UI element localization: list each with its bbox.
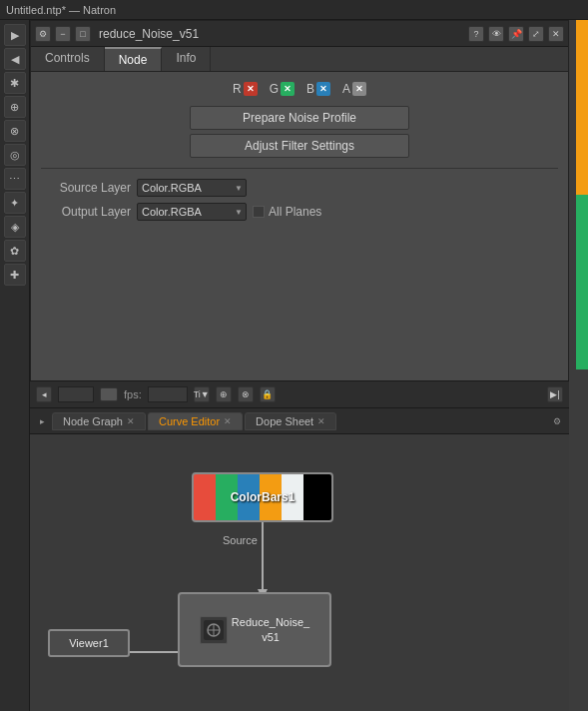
- separator: [41, 168, 558, 169]
- r-label: R: [233, 82, 242, 96]
- a-label: A: [342, 82, 350, 96]
- source-layer-row: Source Layer Color.RGBA ▼: [41, 179, 558, 197]
- sidebar-icon-6[interactable]: ◎: [4, 144, 26, 166]
- graph-tab-curve-editor[interactable]: Curve Editor ✕: [148, 412, 243, 430]
- panel-titlebar: ⚙ − □ reduce_Noise_v51 ? 👁 📌 ⤢ ✕: [31, 21, 568, 47]
- source-label: Source: [223, 534, 258, 546]
- frame-input[interactable]: 1: [58, 386, 94, 402]
- channel-r: R ✕: [233, 82, 258, 96]
- graph-tab-left-btn[interactable]: ▸: [34, 413, 50, 429]
- bottom-left-icon[interactable]: ◂: [36, 386, 52, 402]
- node-viewer[interactable]: Viewer1: [48, 629, 130, 657]
- prepare-noise-btn[interactable]: Prepare Noise Profile: [190, 106, 409, 130]
- sidebar-icon-11[interactable]: ✚: [4, 264, 26, 286]
- panel-view-btn[interactable]: 👁: [488, 26, 504, 42]
- content-area: R ✕ G ✕ B ✕ A ✕ Prepare Noise Profile Ad…: [31, 72, 568, 391]
- node-colorbars[interactable]: ColorBars1: [192, 472, 333, 522]
- graph-scroll-icon[interactable]: ⚙: [549, 413, 565, 429]
- panel-close-btn[interactable]: ✕: [548, 26, 564, 42]
- panel-pin-btn[interactable]: 📌: [508, 26, 524, 42]
- source-layer-label: Source Layer: [41, 181, 131, 195]
- source-layer-select-wrapper: Color.RGBA ▼: [137, 179, 247, 197]
- main-panel: ⚙ − □ reduce_Noise_v51 ? 👁 📌 ⤢ ✕ Control…: [30, 20, 569, 392]
- node-graph-area: ▸ Node Graph ✕ Curve Editor ✕ Dope Sheet…: [30, 408, 569, 711]
- playback-indicator: [100, 387, 118, 401]
- sidebar-icon-8[interactable]: ✦: [4, 192, 26, 214]
- adjust-filter-btn[interactable]: Adjust Filter Settings: [190, 134, 409, 158]
- channel-g: G ✕: [270, 82, 294, 96]
- sidebar-icon-4[interactable]: ⊕: [4, 96, 26, 118]
- all-planes-label: All Planes: [253, 205, 321, 219]
- g-toggle[interactable]: ✕: [281, 82, 294, 96]
- title-text: Untitled.ntp* — Natron: [6, 4, 116, 16]
- graph-tab-node-graph[interactable]: Node Graph ✕: [52, 412, 146, 430]
- tab-bar: Controls Node Info: [31, 47, 568, 72]
- sidebar-icon-3[interactable]: ✱: [4, 72, 26, 94]
- left-sidebar: ▶ ◀ ✱ ⊕ ⊗ ◎ ⋯ ✦ ◈ ✿ ✚: [0, 20, 30, 711]
- sidebar-icon-10[interactable]: ✿: [4, 240, 26, 262]
- node-reduce-noise-label: Reduce_Noise_v51: [232, 615, 309, 644]
- panel-expand-btn[interactable]: ⤢: [528, 26, 544, 42]
- all-planes-checkbox[interactable]: [253, 206, 265, 218]
- graph-tab-dope-sheet[interactable]: Dope Sheet ✕: [245, 412, 336, 430]
- playback-mode-btn[interactable]: Ti▼: [194, 386, 210, 402]
- graph-tab-strip: ▸ Node Graph ✕ Curve Editor ✕ Dope Sheet…: [30, 408, 569, 434]
- tab-node[interactable]: Node: [105, 47, 163, 71]
- title-bar: Untitled.ntp* — Natron: [0, 0, 588, 20]
- record-btn[interactable]: ⊗: [238, 386, 254, 402]
- output-layer-select[interactable]: Color.RGBA: [137, 203, 247, 221]
- tab-info[interactable]: Info: [162, 47, 211, 71]
- channel-b: B ✕: [306, 82, 330, 96]
- sidebar-icon-2[interactable]: ◀: [4, 48, 26, 70]
- tab-controls[interactable]: Controls: [31, 47, 105, 71]
- sidebar-icon-1[interactable]: ▶: [4, 24, 26, 46]
- a-toggle[interactable]: ✕: [352, 82, 366, 96]
- b-label: B: [306, 82, 314, 96]
- sidebar-icon-5[interactable]: ⊗: [4, 120, 26, 142]
- node-viewer-label: Viewer1: [69, 637, 109, 649]
- fps-label: fps:: [124, 388, 142, 400]
- sidebar-icon-7[interactable]: ⋯: [4, 168, 26, 190]
- graph-canvas[interactable]: ColorBars1 Source Reduce_Noise_v51 Viewe…: [30, 434, 569, 711]
- fps-input[interactable]: 25.0: [148, 386, 188, 402]
- lock-btn[interactable]: 🔒: [260, 386, 276, 402]
- source-layer-select[interactable]: Color.RGBA: [137, 179, 247, 197]
- play-btn[interactable]: ⊕: [216, 386, 232, 402]
- output-layer-label: Output Layer: [41, 205, 131, 219]
- channel-a: A ✕: [342, 82, 366, 96]
- graph-tab-curve-editor-label: Curve Editor: [159, 415, 220, 427]
- bottom-bar: ◂ 1 fps: 25.0 Ti▼ ⊕ ⊗ 🔒 ▶|: [30, 380, 569, 408]
- g-label: G: [270, 82, 279, 96]
- b-toggle[interactable]: ✕: [316, 82, 330, 96]
- color-strip-yellow: [576, 20, 588, 195]
- node-reduce-noise-icon: [200, 616, 228, 644]
- panel-icon-btn[interactable]: ⚙: [35, 26, 51, 42]
- color-strip-green: [576, 195, 588, 369]
- node-reduce-noise[interactable]: Reduce_Noise_v51: [178, 592, 331, 667]
- panel-float-btn[interactable]: □: [75, 26, 91, 42]
- output-layer-row: Output Layer Color.RGBA ▼ All Planes: [41, 203, 558, 221]
- panel-title: reduce_Noise_v51: [95, 27, 464, 41]
- sidebar-icon-9[interactable]: ◈: [4, 216, 26, 238]
- all-planes-text: All Planes: [269, 205, 321, 219]
- graph-tab-node-graph-label: Node Graph: [63, 415, 123, 427]
- graph-tab-node-graph-close[interactable]: ✕: [127, 416, 135, 426]
- graph-tab-dope-sheet-label: Dope Sheet: [256, 415, 313, 427]
- graph-tab-dope-sheet-close[interactable]: ✕: [317, 416, 325, 426]
- output-layer-select-wrapper: Color.RGBA ▼: [137, 203, 247, 221]
- panel-help-btn[interactable]: ?: [468, 26, 484, 42]
- right-end-btn[interactable]: ▶|: [547, 386, 563, 402]
- node-colorbars-label: ColorBars1: [231, 490, 295, 504]
- panel-minimize-btn[interactable]: −: [55, 26, 71, 42]
- r-toggle[interactable]: ✕: [244, 82, 258, 96]
- rgba-row: R ✕ G ✕ B ✕ A ✕: [41, 82, 558, 96]
- graph-tab-curve-editor-close[interactable]: ✕: [224, 416, 232, 426]
- right-color-strips: [576, 20, 588, 369]
